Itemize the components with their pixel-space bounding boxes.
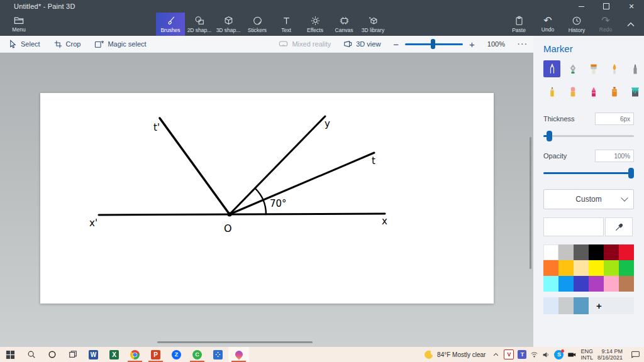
- custom-color-swatch[interactable]: [574, 297, 589, 314]
- language-indicator[interactable]: ENG INTL: [580, 348, 593, 361]
- taskbar-app-grid-button[interactable]: ⁘: [208, 347, 228, 362]
- taskbar-paint-3d-button[interactable]: [228, 347, 249, 362]
- palette-dropdown[interactable]: Custom: [543, 189, 634, 209]
- color-swatch[interactable]: [619, 276, 634, 292]
- tool-marker[interactable]: [543, 60, 560, 77]
- tab-brushes[interactable]: Brushes: [156, 13, 185, 36]
- opacity-slider-thumb[interactable]: [628, 168, 634, 178]
- taskbar-chrome-button[interactable]: [125, 347, 145, 362]
- taskbar-powerpoint-button[interactable]: P: [145, 347, 166, 362]
- taskbar-task-view-button[interactable]: [62, 347, 83, 362]
- restore-button[interactable]: [594, 0, 619, 13]
- tab-3d-shapes[interactable]: 3D shap...: [214, 13, 243, 36]
- taskbar-zalo-button[interactable]: Z: [166, 347, 187, 362]
- tab-2d-shapes[interactable]: 2D shap...: [185, 13, 214, 36]
- color-swatch[interactable]: [574, 260, 589, 276]
- ribbon-actions: Paste ↶ Undo History ↷ Redo: [504, 13, 641, 36]
- zoom-slider[interactable]: [405, 43, 463, 45]
- vertical-scrollbar[interactable]: [530, 137, 531, 269]
- color-swatch[interactable]: [604, 260, 619, 276]
- tool-eraser[interactable]: [564, 83, 581, 100]
- color-swatch[interactable]: [543, 260, 558, 276]
- taskbar-start-button[interactable]: [0, 347, 21, 362]
- volume-icon: [542, 351, 550, 359]
- clock[interactable]: 9:14 PM 8/16/2021: [597, 348, 623, 361]
- taskbar-word-button[interactable]: W: [83, 347, 104, 362]
- zoom-out-button[interactable]: −: [393, 39, 399, 50]
- custom-color-swatch[interactable]: [558, 297, 574, 314]
- current-color-swatch[interactable]: [543, 217, 604, 236]
- tab-text[interactable]: Text: [272, 13, 301, 36]
- opacity-slider[interactable]: [543, 172, 634, 174]
- tray-expand-button[interactable]: [492, 351, 499, 358]
- zoom-percent[interactable]: 100%: [487, 40, 505, 48]
- collapse-ribbon-button[interactable]: [620, 13, 641, 36]
- color-swatch[interactable]: [619, 244, 634, 260]
- undo-button[interactable]: ↶ Undo: [533, 13, 562, 36]
- horizontal-scrollbar[interactable]: [157, 341, 313, 343]
- tool-fill[interactable]: [626, 83, 643, 100]
- tab-3d-library[interactable]: 3D library: [358, 13, 387, 36]
- taskbar-excel-button[interactable]: X: [104, 347, 125, 362]
- tool-spray-can[interactable]: [606, 83, 623, 100]
- opacity-input[interactable]: 100%: [595, 150, 634, 162]
- tab-stickers[interactable]: Stickers: [243, 13, 272, 36]
- color-swatch[interactable]: [589, 260, 604, 276]
- color-swatch[interactable]: [589, 276, 604, 292]
- taskbar-coccoc-button[interactable]: C: [187, 347, 208, 362]
- tray-teams-button[interactable]: T: [518, 350, 526, 359]
- color-swatch[interactable]: [619, 260, 634, 276]
- tool-crayon[interactable]: [585, 83, 602, 100]
- close-button[interactable]: ✕: [619, 0, 644, 13]
- history-button[interactable]: History: [562, 13, 591, 36]
- thickness-slider[interactable]: [543, 135, 634, 137]
- add-color-button[interactable]: +: [596, 300, 602, 311]
- action-center-button[interactable]: [631, 350, 640, 359]
- cube-icon: [223, 16, 234, 26]
- tray-skype-button[interactable]: S: [554, 350, 564, 359]
- tab-effects[interactable]: Effects: [301, 13, 330, 36]
- color-swatch[interactable]: [558, 276, 574, 292]
- tool-pixel-pen[interactable]: [626, 60, 643, 77]
- chevron-up-icon: [627, 22, 635, 27]
- zoom-slider-thumb[interactable]: [431, 39, 435, 49]
- paste-button[interactable]: Paste: [504, 13, 533, 36]
- more-options-button[interactable]: ···: [518, 40, 528, 48]
- color-swatch[interactable]: [574, 244, 589, 260]
- thickness-input[interactable]: 6px: [595, 112, 634, 125]
- color-swatch[interactable]: [558, 260, 574, 276]
- tool-watercolor[interactable]: [606, 60, 623, 77]
- tray-camera-button[interactable]: [567, 350, 576, 359]
- color-swatch[interactable]: [589, 244, 604, 260]
- color-swatch[interactable]: [604, 244, 619, 260]
- magic-select-button[interactable]: Magic select: [94, 40, 146, 48]
- menu-button[interactable]: Menu: [5, 13, 33, 36]
- color-swatch[interactable]: [543, 276, 558, 292]
- tool-calligraphy-pen[interactable]: [564, 60, 581, 77]
- thickness-slider-thumb[interactable]: [547, 131, 552, 141]
- color-swatch[interactable]: [558, 244, 574, 260]
- tray-volume-button[interactable]: [542, 351, 550, 359]
- tool-pencil[interactable]: [543, 83, 560, 100]
- tray-vmware-button[interactable]: V: [504, 349, 514, 359]
- taskbar-cortana-button[interactable]: [42, 347, 62, 362]
- cube-library-icon: [368, 16, 379, 26]
- color-swatch[interactable]: [543, 244, 558, 260]
- brush-panel: Marker: [533, 36, 644, 347]
- color-swatch[interactable]: [604, 276, 619, 292]
- eyedropper-button[interactable]: [605, 217, 633, 236]
- 3d-view-button[interactable]: 3D view: [343, 40, 380, 48]
- tab-canvas[interactable]: Canvas: [330, 13, 358, 36]
- zoom-in-button[interactable]: +: [469, 39, 475, 50]
- weather-widget[interactable]: 84°F Mostly clear: [425, 350, 486, 359]
- minimize-button[interactable]: [569, 0, 594, 13]
- fill-bucket-icon: [629, 85, 641, 98]
- crop-button[interactable]: Crop: [54, 40, 81, 48]
- tray-wifi-button[interactable]: [530, 351, 538, 359]
- select-button[interactable]: Select: [9, 40, 40, 48]
- color-swatch[interactable]: [574, 276, 589, 292]
- tool-oil-brush[interactable]: [585, 60, 602, 77]
- drawing-canvas[interactable]: t' y t x' x O 70°: [40, 93, 494, 304]
- custom-color-swatch[interactable]: [543, 297, 558, 314]
- taskbar-search-button[interactable]: [21, 347, 42, 362]
